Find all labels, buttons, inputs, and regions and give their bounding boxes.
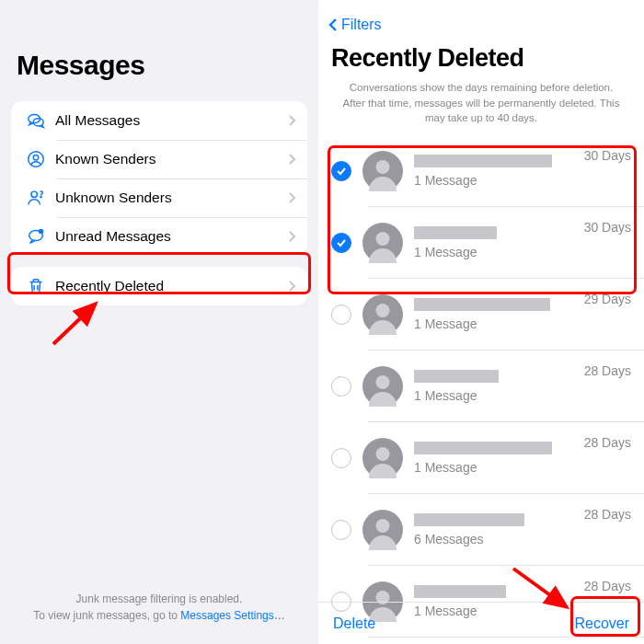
days-remaining: 28 Days: [584, 507, 631, 522]
page-title: Recently Deleted: [318, 39, 644, 80]
select-checkbox[interactable]: [331, 448, 351, 468]
filter-row-unread-messages[interactable]: Unread Messages: [11, 217, 307, 256]
days-remaining: 30 Days: [584, 148, 631, 163]
days-remaining: 28 Days: [584, 435, 631, 450]
chevron-right-icon: [288, 230, 296, 243]
chevron-right-icon: [288, 153, 296, 166]
row-label: All Messages: [50, 112, 288, 129]
trash-icon: [22, 276, 50, 296]
select-checkbox[interactable]: [331, 376, 351, 397]
messages-filters-pane: Messages All MessagesKnown SendersUnknow…: [0, 0, 318, 644]
svg-point-4: [31, 191, 37, 197]
conversation-list: 1 Message30 Days1 Message30 Days1 Messag…: [318, 135, 644, 638]
days-remaining: 30 Days: [584, 220, 631, 235]
bubbles-icon: [22, 110, 50, 131]
conversation-row[interactable]: 1 Message30 Days: [318, 135, 644, 207]
conversation-row[interactable]: 1 Message29 Days: [318, 279, 644, 351]
avatar: [362, 366, 403, 407]
select-checkbox[interactable]: [331, 233, 351, 253]
row-label: Unknown Senders: [50, 190, 288, 206]
footer-line-2: To view junk messages, go to Messages Se…: [0, 607, 318, 624]
row-label: Known Senders: [50, 151, 288, 167]
chevron-right-icon: [288, 280, 296, 293]
days-remaining: 28 Days: [584, 579, 631, 593]
recently-deleted-pane: Filters Recently Deleted Conversations s…: [318, 0, 644, 644]
avatar: [362, 223, 403, 263]
row-label: Recently Deleted: [50, 278, 288, 294]
days-remaining: 28 Days: [584, 363, 631, 378]
redacted-name: [414, 585, 506, 598]
svg-point-5: [40, 196, 41, 197]
avatar: [362, 438, 403, 478]
footer-line-1: Junk message filtering is enabled.: [0, 591, 318, 607]
bottom-toolbar: Delete Recover: [318, 602, 644, 644]
svg-point-7: [39, 229, 44, 235]
chevron-left-icon: [328, 17, 339, 33]
filter-row-known-senders[interactable]: Known Senders: [11, 140, 307, 178]
message-count: 1 Message: [414, 460, 633, 475]
conversation-row[interactable]: 6 Messages28 Days: [318, 494, 644, 566]
avatar: [362, 151, 403, 191]
redacted-name: [414, 226, 497, 239]
recover-button[interactable]: Recover: [574, 615, 629, 632]
avatar: [362, 510, 403, 550]
avatar: [362, 294, 403, 335]
chevron-right-icon: [288, 114, 296, 127]
page-title: Messages: [0, 0, 318, 94]
messages-settings-link[interactable]: Messages Settings…: [180, 609, 284, 622]
redacted-name: [414, 370, 499, 383]
message-count: 1 Message: [414, 245, 633, 259]
message-count: 1 Message: [414, 173, 633, 188]
row-label: Unread Messages: [50, 228, 288, 245]
person-circle-icon: [22, 149, 50, 169]
bubble-dot-icon: [22, 226, 50, 247]
conversation-row[interactable]: 1 Message28 Days: [318, 351, 644, 422]
delete-button[interactable]: Delete: [333, 615, 375, 632]
select-checkbox[interactable]: [331, 305, 351, 325]
recently-deleted-row[interactable]: Recently Deleted: [11, 267, 307, 305]
filter-row-unknown-senders[interactable]: Unknown Senders: [11, 178, 307, 217]
message-count: 1 Message: [414, 316, 633, 331]
back-label: Filters: [341, 17, 382, 33]
person-question-icon: [22, 188, 50, 208]
select-checkbox[interactable]: [331, 520, 351, 540]
back-to-filters[interactable]: Filters: [318, 0, 644, 39]
redacted-name: [414, 155, 552, 167]
filter-row-all-messages[interactable]: All Messages: [11, 101, 307, 140]
redacted-name: [414, 298, 550, 311]
redacted-name: [414, 513, 524, 526]
select-checkbox[interactable]: [331, 161, 351, 181]
filters-card: All MessagesKnown SendersUnknown Senders…: [11, 101, 307, 256]
svg-point-3: [33, 155, 39, 160]
conversation-row[interactable]: 1 Message30 Days: [318, 207, 644, 279]
chevron-right-icon: [288, 191, 296, 204]
message-count: 1 Message: [414, 388, 633, 403]
days-remaining: 29 Days: [584, 292, 631, 306]
recently-deleted-card: Recently Deleted: [11, 267, 307, 305]
footer-prefix: To view junk messages, go to: [33, 609, 180, 622]
footer-note: Junk message filtering is enabled. To vi…: [0, 591, 318, 624]
help-text: Conversations show the days remaining be…: [318, 80, 644, 135]
redacted-name: [414, 442, 552, 454]
conversation-row[interactable]: 1 Message28 Days: [318, 422, 644, 494]
message-count: 6 Messages: [414, 532, 633, 546]
